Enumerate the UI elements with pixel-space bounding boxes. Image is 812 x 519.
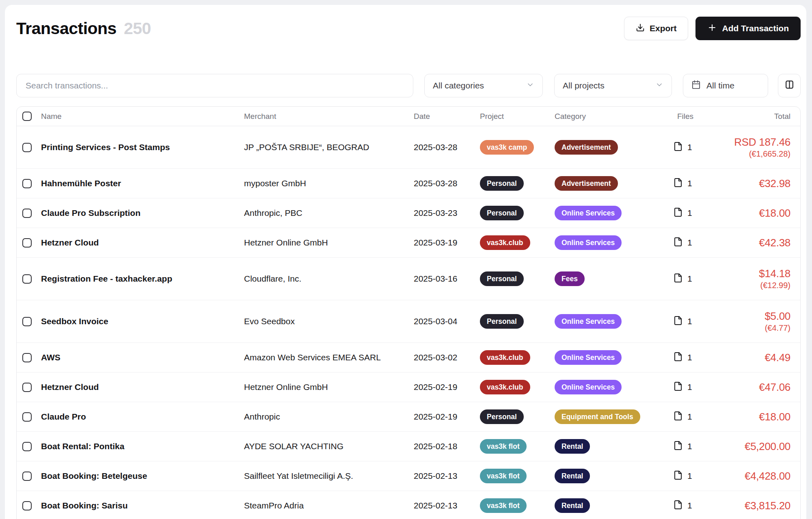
header-files: Files — [673, 112, 734, 121]
projects-filter[interactable]: All projects — [554, 74, 672, 97]
row-merchant: Cloudflare, Inc. — [244, 274, 414, 284]
table-row[interactable]: Registration Fee - taxhacker.app Cloudfl… — [17, 258, 800, 300]
row-checkbox[interactable] — [22, 143, 32, 152]
row-checkbox[interactable] — [22, 353, 32, 362]
file-icon — [673, 316, 683, 327]
category-badge: Online Services — [555, 380, 622, 394]
row-name: Hetzner Cloud — [41, 238, 244, 248]
total-amount: RSD 187.46 — [734, 136, 790, 149]
row-checkbox[interactable] — [22, 317, 32, 326]
row-check-cell — [17, 317, 41, 326]
table-row[interactable]: Claude Pro Subscription Anthropic, PBC 2… — [17, 198, 800, 228]
row-checkbox[interactable] — [22, 412, 32, 422]
row-files-cell: 1 — [673, 316, 734, 327]
project-badge: Personal — [480, 176, 524, 191]
row-category-cell: Online Services — [555, 206, 673, 220]
row-category-cell: Online Services — [555, 235, 673, 250]
row-name: Printing Services - Post Stamps — [41, 142, 244, 152]
total-amount: €47.06 — [734, 381, 790, 394]
row-category-cell: Rental — [555, 439, 673, 454]
row-check-cell — [17, 412, 41, 422]
row-checkbox[interactable] — [22, 274, 32, 284]
row-date: 2025-03-19 — [414, 238, 480, 248]
table-row[interactable]: Hetzner Cloud Hetzner Online GmbH 2025-0… — [17, 228, 800, 258]
row-project-cell: Personal — [480, 176, 555, 191]
row-category-cell: Advertisement — [555, 176, 673, 191]
row-category-cell: Advertisement — [555, 140, 673, 155]
project-badge: Personal — [480, 314, 524, 329]
row-category-cell: Online Services — [555, 380, 673, 394]
project-badge: vas3k flot — [480, 498, 527, 513]
search-input[interactable] — [16, 74, 413, 97]
download-icon — [636, 23, 645, 34]
row-category-cell: Equipment and Tools — [555, 409, 673, 424]
header-actions: Export Add Transaction — [624, 17, 801, 40]
export-button-label: Export — [650, 24, 677, 33]
header-merchant: Merchant — [244, 112, 414, 121]
row-name: Seedbox Invoice — [41, 317, 244, 326]
row-date: 2025-03-04 — [414, 317, 480, 326]
files-count: 1 — [687, 382, 692, 392]
table-row[interactable]: Boat Rental: Pontika AYDE SOLAR YACHTING… — [17, 432, 800, 461]
add-transaction-button[interactable]: Add Transaction — [695, 17, 801, 40]
row-name: Boat Booking: Sarisu — [41, 501, 244, 510]
row-category-cell: Fees — [555, 271, 673, 286]
table-row[interactable]: AWS Amazon Web Services EMEA SARL 2025-0… — [17, 343, 800, 373]
file-icon — [673, 207, 683, 219]
row-category-cell: Online Services — [555, 314, 673, 329]
row-total-cell: RSD 187.46 (€1,665.28) — [734, 136, 800, 159]
row-check-cell — [17, 209, 41, 218]
table-row[interactable]: Printing Services - Post Stamps JP „POŠT… — [17, 126, 800, 169]
row-name: AWS — [41, 353, 244, 362]
transactions-table: Name Merchant Date Project Category File… — [16, 106, 801, 519]
row-category-cell: Rental — [555, 469, 673, 483]
table-row[interactable]: Hetzner Cloud Hetzner Online GmbH 2025-0… — [17, 373, 800, 402]
files-count: 1 — [687, 441, 692, 451]
row-checkbox[interactable] — [22, 383, 32, 392]
table-row[interactable]: Boat Booking: Betelgeuse Sailfleet Yat I… — [17, 461, 800, 491]
file-icon — [673, 441, 683, 452]
row-project-cell: Personal — [480, 409, 555, 424]
files-count: 1 — [687, 317, 692, 326]
table-body: Printing Services - Post Stamps JP „POŠT… — [17, 126, 800, 519]
row-name: Claude Pro — [41, 412, 244, 422]
row-total-cell: €4,428.00 — [734, 469, 800, 483]
categories-filter[interactable]: All categories — [424, 74, 543, 97]
select-all-checkbox[interactable] — [22, 112, 32, 121]
select-all-cell — [17, 112, 41, 121]
row-checkbox[interactable] — [22, 179, 32, 188]
row-checkbox[interactable] — [22, 472, 32, 481]
row-checkbox[interactable] — [22, 442, 32, 451]
category-badge: Equipment and Tools — [555, 409, 640, 424]
file-icon — [673, 411, 683, 423]
table-row[interactable]: Hahnemühle Poster myposter GmbH 2025-03-… — [17, 169, 800, 198]
row-checkbox[interactable] — [22, 238, 32, 248]
total-amount: €3,815.20 — [734, 499, 790, 513]
header-project: Project — [480, 112, 555, 121]
category-badge: Online Services — [555, 314, 622, 329]
files-count: 1 — [687, 353, 692, 362]
table-row[interactable]: Seedbox Invoice Evo Seedbox 2025-03-04 P… — [17, 300, 800, 343]
column-settings-button[interactable] — [778, 74, 801, 97]
table-header-row: Name Merchant Date Project Category File… — [17, 107, 800, 126]
file-icon — [673, 352, 683, 364]
project-badge: vas3k flot — [480, 439, 527, 454]
date-range-filter[interactable]: All time — [683, 74, 768, 97]
total-amount: €4.49 — [734, 351, 790, 364]
files-count: 1 — [687, 412, 692, 422]
project-badge: Personal — [480, 409, 524, 424]
row-merchant: AYDE SOLAR YACHTING — [244, 441, 414, 451]
files-count: 1 — [687, 238, 692, 248]
row-date: 2025-03-28 — [414, 142, 480, 152]
row-checkbox[interactable] — [22, 209, 32, 218]
row-project-cell: vas3k flot — [480, 439, 555, 454]
row-checkbox[interactable] — [22, 501, 32, 510]
files-count: 1 — [687, 274, 692, 284]
plus-icon — [707, 23, 717, 34]
table-row[interactable]: Boat Booking: Sarisu SteamPro Adria 2025… — [17, 491, 800, 519]
date-range-value: All time — [706, 81, 734, 90]
category-badge: Online Services — [555, 350, 622, 365]
table-row[interactable]: Claude Pro Anthropic 2025-02-19 Personal… — [17, 402, 800, 432]
export-button[interactable]: Export — [624, 17, 689, 40]
row-name: Hahnemühle Poster — [41, 179, 244, 188]
